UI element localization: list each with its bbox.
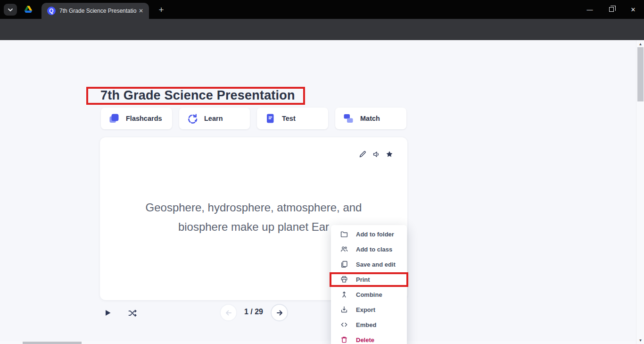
play-button[interactable] — [103, 308, 113, 318]
menu-item-delete[interactable]: Delete — [331, 332, 407, 344]
trash-icon — [340, 336, 348, 344]
new-tab-button[interactable]: + — [156, 4, 167, 16]
speaker-icon — [372, 151, 380, 158]
flashcards-icon — [108, 113, 120, 124]
mode-label: Learn — [204, 115, 223, 122]
pinned-tab-drive[interactable] — [24, 5, 33, 14]
people-icon — [340, 245, 348, 253]
menu-item-export[interactable]: Export — [331, 302, 407, 317]
vertical-scrollbar[interactable]: ▲ ▼ — [636, 40, 644, 344]
play-icon — [104, 309, 112, 317]
scroll-up-icon[interactable]: ▲ — [636, 41, 644, 47]
mode-label: Test — [282, 115, 296, 122]
tab-title: 7th Grade Science Presentation — [59, 8, 137, 14]
menu-item-add-to-class[interactable]: Add to class — [331, 242, 407, 257]
code-icon — [340, 321, 348, 328]
google-drive-icon — [24, 5, 33, 14]
title-annotation-box — [86, 87, 305, 105]
star-card-button[interactable] — [385, 150, 394, 159]
star-filled-icon — [386, 151, 393, 158]
horizontal-scrollbar-thumb[interactable] — [23, 342, 82, 344]
mode-label: Match — [360, 115, 380, 122]
term-line-1: Geosphere, hydrosphere, atmosphere, and — [119, 198, 388, 217]
menu-item-label: Export — [356, 306, 375, 313]
menu-item-label: Delete — [356, 336, 374, 344]
audio-button[interactable] — [372, 150, 380, 159]
mode-test-button[interactable]: Test — [257, 108, 328, 129]
export-icon — [340, 306, 348, 313]
horizontal-scrollbar[interactable] — [0, 341, 636, 344]
edit-card-button[interactable] — [358, 150, 367, 159]
folder-icon — [340, 230, 348, 238]
mode-learn-button[interactable]: Learn — [179, 108, 250, 129]
print-annotation-box — [330, 272, 408, 287]
arrow-right-icon — [275, 308, 284, 318]
test-icon — [264, 113, 276, 124]
tab-search-button[interactable] — [4, 4, 17, 16]
menu-item-label: Save and edit — [356, 261, 396, 268]
browser-window: Q 7th Grade Science Presentation ✕ + — ✕ — [0, 0, 644, 344]
next-card-button[interactable] — [271, 304, 288, 321]
window-controls: — ✕ — [579, 0, 644, 19]
mode-label: Flashcards — [126, 115, 162, 122]
menu-item-combine[interactable]: Combine — [331, 287, 407, 302]
mode-match-button[interactable]: Match — [335, 108, 406, 129]
tab-close-icon[interactable]: ✕ — [137, 7, 145, 15]
shuffle-button[interactable] — [127, 308, 138, 319]
chevron-down-icon — [8, 8, 13, 12]
quizlet-favicon-icon: Q — [47, 7, 56, 15]
match-icon — [343, 113, 354, 124]
restore-button[interactable] — [601, 0, 622, 19]
menu-item-save-and-edit[interactable]: Save and edit — [331, 257, 407, 272]
menu-item-embed[interactable]: Embed — [331, 317, 407, 332]
shuffle-icon — [128, 309, 137, 318]
scrollbar-thumb[interactable] — [637, 47, 644, 101]
card-counter: 1 / 29 — [230, 308, 277, 316]
close-button[interactable]: ✕ — [622, 0, 644, 19]
menu-item-label: Combine — [356, 291, 382, 298]
menu-item-add-to-folder[interactable]: Add to folder — [331, 227, 407, 242]
menu-item-label: Add to folder — [356, 231, 394, 238]
browser-toolbar: quizlet.com/923435932/7th-grade-science-… — [0, 19, 644, 40]
scroll-down-icon[interactable]: ▼ — [636, 337, 644, 343]
mode-flashcards-button[interactable]: Flashcards — [101, 108, 172, 129]
quizlet-page: 7th Grade Science Presentation Flashcard… — [0, 40, 636, 344]
browser-tab-bar: Q 7th Grade Science Presentation ✕ + — ✕ — [0, 0, 644, 19]
pencil-icon — [359, 151, 366, 158]
menu-item-label: Embed — [356, 321, 376, 328]
copy-icon — [340, 260, 348, 268]
minimize-button[interactable]: — — [579, 0, 601, 19]
combine-icon — [340, 291, 348, 298]
learn-icon — [187, 113, 198, 124]
menu-item-label: Add to class — [356, 246, 392, 253]
browser-tab[interactable]: Q 7th Grade Science Presentation ✕ — [41, 3, 149, 19]
restore-icon — [609, 7, 614, 12]
